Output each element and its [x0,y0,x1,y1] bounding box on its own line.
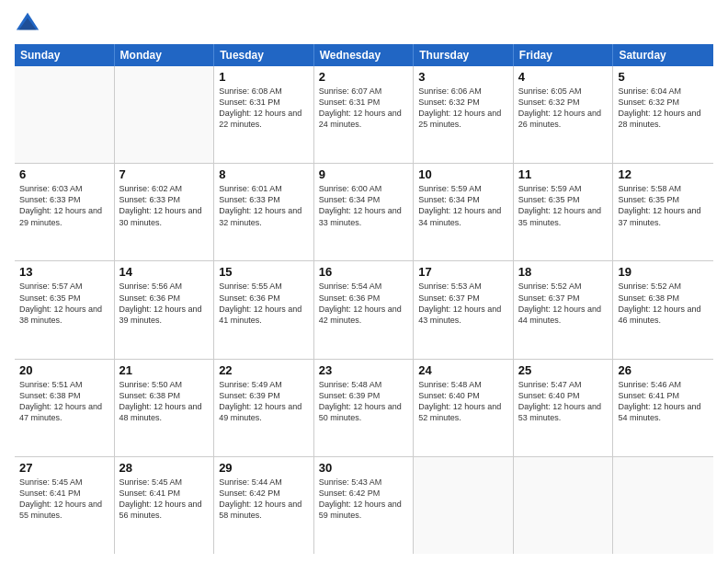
day-cell-13: 13Sunrise: 5:57 AMSunset: 6:35 PMDayligh… [15,261,115,358]
day-cell-29: 29Sunrise: 5:44 AMSunset: 6:42 PMDayligh… [214,457,314,554]
day-cell-16: 16Sunrise: 5:54 AMSunset: 6:36 PMDayligh… [314,261,415,358]
calendar-week-5: 27Sunrise: 5:45 AMSunset: 6:41 PMDayligh… [15,457,713,554]
day-number: 4 [518,70,609,84]
day-header-thursday: Thursday [414,44,514,66]
day-info: Sunrise: 5:57 AMSunset: 6:35 PMDaylight:… [19,281,109,326]
day-cell-14: 14Sunrise: 5:56 AMSunset: 6:36 PMDayligh… [115,261,215,358]
day-cell-23: 23Sunrise: 5:48 AMSunset: 6:39 PMDayligh… [314,360,415,456]
day-number: 27 [19,461,109,475]
empty-cell [15,66,115,163]
day-info: Sunrise: 5:48 AMSunset: 6:40 PMDaylight:… [418,379,508,424]
day-cell-22: 22Sunrise: 5:49 AMSunset: 6:39 PMDayligh… [214,360,314,456]
day-cell-24: 24Sunrise: 5:48 AMSunset: 6:40 PMDayligh… [414,360,514,456]
day-info: Sunrise: 5:45 AMSunset: 6:41 PMDaylight:… [19,477,109,522]
day-number: 3 [418,70,508,84]
day-number: 2 [319,70,409,84]
day-info: Sunrise: 5:55 AMSunset: 6:36 PMDaylight:… [219,281,309,326]
day-number: 29 [219,461,309,475]
day-cell-19: 19Sunrise: 5:52 AMSunset: 6:38 PMDayligh… [613,261,713,358]
day-cell-20: 20Sunrise: 5:51 AMSunset: 6:38 PMDayligh… [15,360,115,456]
day-info: Sunrise: 6:02 AMSunset: 6:33 PMDaylight:… [119,183,210,228]
empty-cell [115,66,215,163]
day-number: 9 [319,167,409,181]
day-info: Sunrise: 5:49 AMSunset: 6:39 PMDaylight:… [219,379,309,424]
day-number: 18 [518,265,609,279]
day-cell-1: 1Sunrise: 6:08 AMSunset: 6:31 PMDaylight… [214,66,314,163]
day-cell-18: 18Sunrise: 5:52 AMSunset: 6:37 PMDayligh… [514,261,614,358]
day-info: Sunrise: 5:43 AMSunset: 6:42 PMDaylight:… [319,477,409,522]
day-cell-11: 11Sunrise: 5:59 AMSunset: 6:35 PMDayligh… [514,164,614,260]
day-header-wednesday: Wednesday [314,44,415,66]
day-number: 12 [618,167,709,181]
day-info: Sunrise: 6:06 AMSunset: 6:32 PMDaylight:… [418,86,508,131]
day-cell-15: 15Sunrise: 5:55 AMSunset: 6:36 PMDayligh… [214,261,314,358]
calendar-week-2: 6Sunrise: 6:03 AMSunset: 6:33 PMDaylight… [15,164,713,261]
day-info: Sunrise: 6:04 AMSunset: 6:32 PMDaylight:… [618,86,709,131]
day-info: Sunrise: 5:52 AMSunset: 6:37 PMDaylight:… [518,281,609,326]
day-cell-10: 10Sunrise: 5:59 AMSunset: 6:34 PMDayligh… [414,164,514,260]
day-number: 26 [618,363,709,377]
day-info: Sunrise: 5:45 AMSunset: 6:41 PMDaylight:… [119,477,210,522]
day-cell-30: 30Sunrise: 5:43 AMSunset: 6:42 PMDayligh… [314,457,415,554]
day-cell-28: 28Sunrise: 5:45 AMSunset: 6:41 PMDayligh… [115,457,215,554]
day-number: 5 [618,70,709,84]
day-number: 30 [319,461,409,475]
day-number: 24 [418,363,508,377]
day-number: 28 [119,461,210,475]
day-cell-4: 4Sunrise: 6:05 AMSunset: 6:32 PMDaylight… [514,66,614,163]
day-header-tuesday: Tuesday [214,44,314,66]
day-number: 15 [219,265,309,279]
calendar: SundayMondayTuesdayWednesdayThursdayFrid… [15,44,713,554]
day-info: Sunrise: 5:51 AMSunset: 6:38 PMDaylight:… [19,379,109,424]
logo-icon [15,11,40,37]
day-number: 17 [418,265,508,279]
day-number: 6 [19,167,109,181]
day-cell-8: 8Sunrise: 6:01 AMSunset: 6:33 PMDaylight… [214,164,314,260]
page: SundayMondayTuesdayWednesdayThursdayFrid… [0,0,728,563]
day-number: 22 [219,363,309,377]
day-number: 21 [119,363,210,377]
day-info: Sunrise: 5:48 AMSunset: 6:39 PMDaylight:… [319,379,409,424]
empty-cell [514,457,614,554]
day-number: 14 [119,265,210,279]
calendar-header-row: SundayMondayTuesdayWednesdayThursdayFrid… [15,44,713,66]
day-header-monday: Monday [115,44,215,66]
day-number: 23 [319,363,409,377]
day-cell-17: 17Sunrise: 5:53 AMSunset: 6:37 PMDayligh… [414,261,514,358]
day-cell-2: 2Sunrise: 6:07 AMSunset: 6:31 PMDaylight… [314,66,415,163]
day-info: Sunrise: 5:52 AMSunset: 6:38 PMDaylight:… [618,281,709,326]
day-info: Sunrise: 6:07 AMSunset: 6:31 PMDaylight:… [319,86,409,131]
day-info: Sunrise: 5:50 AMSunset: 6:38 PMDaylight:… [119,379,210,424]
day-info: Sunrise: 6:08 AMSunset: 6:31 PMDaylight:… [219,86,309,131]
day-cell-25: 25Sunrise: 5:47 AMSunset: 6:40 PMDayligh… [514,360,614,456]
day-info: Sunrise: 5:54 AMSunset: 6:36 PMDaylight:… [319,281,409,326]
day-number: 7 [119,167,210,181]
day-header-sunday: Sunday [15,44,115,66]
day-cell-6: 6Sunrise: 6:03 AMSunset: 6:33 PMDaylight… [15,164,115,260]
day-cell-27: 27Sunrise: 5:45 AMSunset: 6:41 PMDayligh… [15,457,115,554]
day-number: 10 [418,167,508,181]
day-cell-9: 9Sunrise: 6:00 AMSunset: 6:34 PMDaylight… [314,164,415,260]
calendar-week-3: 13Sunrise: 5:57 AMSunset: 6:35 PMDayligh… [15,261,713,359]
day-number: 25 [518,363,609,377]
day-cell-5: 5Sunrise: 6:04 AMSunset: 6:32 PMDaylight… [613,66,713,163]
logo [15,11,44,37]
day-cell-12: 12Sunrise: 5:58 AMSunset: 6:35 PMDayligh… [613,164,713,260]
day-info: Sunrise: 5:58 AMSunset: 6:35 PMDaylight:… [618,183,709,228]
day-info: Sunrise: 6:00 AMSunset: 6:34 PMDaylight:… [319,183,409,228]
day-info: Sunrise: 5:59 AMSunset: 6:34 PMDaylight:… [418,183,508,228]
day-number: 20 [19,363,109,377]
day-number: 19 [618,265,709,279]
day-number: 8 [219,167,309,181]
day-info: Sunrise: 5:53 AMSunset: 6:37 PMDaylight:… [418,281,508,326]
day-info: Sunrise: 5:56 AMSunset: 6:36 PMDaylight:… [119,281,210,326]
day-number: 16 [319,265,409,279]
day-info: Sunrise: 5:44 AMSunset: 6:42 PMDaylight:… [219,477,309,522]
day-cell-3: 3Sunrise: 6:06 AMSunset: 6:32 PMDaylight… [414,66,514,163]
day-info: Sunrise: 5:47 AMSunset: 6:40 PMDaylight:… [518,379,609,424]
day-number: 1 [219,70,309,84]
day-info: Sunrise: 6:03 AMSunset: 6:33 PMDaylight:… [19,183,109,228]
day-header-friday: Friday [514,44,614,66]
day-cell-21: 21Sunrise: 5:50 AMSunset: 6:38 PMDayligh… [115,360,215,456]
day-number: 13 [19,265,109,279]
